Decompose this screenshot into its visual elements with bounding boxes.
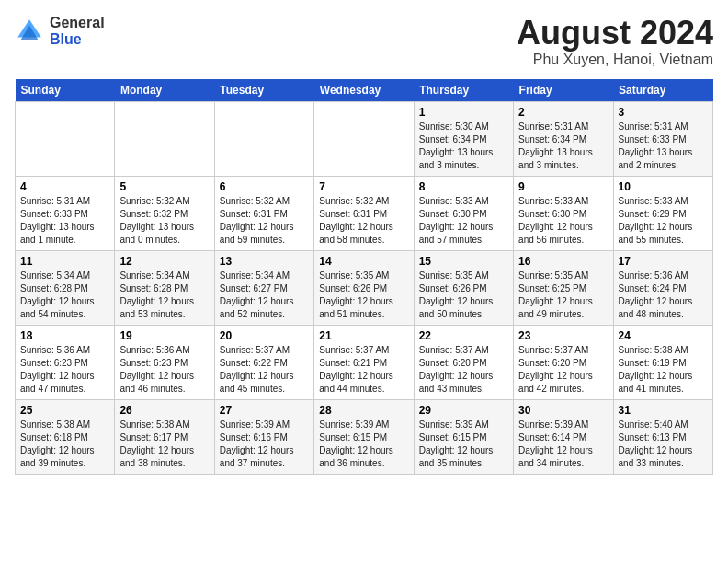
calendar-cell: 8Sunrise: 5:33 AM Sunset: 6:30 PM Daylig…: [414, 176, 513, 250]
day-number: 23: [518, 329, 608, 342]
day-number: 7: [319, 180, 408, 193]
calendar-cell: 13Sunrise: 5:34 AM Sunset: 6:27 PM Dayli…: [214, 250, 313, 325]
day-info: Sunrise: 5:37 AM Sunset: 6:21 PM Dayligh…: [319, 344, 408, 396]
day-info: Sunrise: 5:34 AM Sunset: 6:28 PM Dayligh…: [20, 270, 109, 321]
day-number: 8: [419, 180, 508, 193]
month-year: August 2024: [517, 15, 713, 52]
calendar-cell: 29Sunrise: 5:39 AM Sunset: 6:15 PM Dayli…: [414, 399, 513, 474]
calendar-cell: 3Sunrise: 5:31 AM Sunset: 6:33 PM Daylig…: [613, 101, 712, 176]
location: Phu Xuyen, Hanoi, Vietnam: [517, 52, 713, 68]
day-number: 14: [319, 255, 408, 268]
calendar-week-row: 1Sunrise: 5:30 AM Sunset: 6:34 PM Daylig…: [16, 101, 713, 176]
day-number: 4: [20, 180, 109, 193]
day-number: 24: [619, 329, 708, 342]
logo: General Blue: [15, 15, 105, 47]
day-number: 20: [220, 329, 309, 342]
day-number: 19: [119, 329, 209, 342]
day-info: Sunrise: 5:31 AM Sunset: 6:33 PM Dayligh…: [619, 121, 708, 172]
day-number: 5: [119, 180, 209, 193]
day-info: Sunrise: 5:32 AM Sunset: 6:31 PM Dayligh…: [220, 195, 309, 247]
calendar-cell: 14Sunrise: 5:35 AM Sunset: 6:26 PM Dayli…: [314, 250, 414, 325]
day-info: Sunrise: 5:35 AM Sunset: 6:26 PM Dayligh…: [319, 270, 408, 321]
calendar-week-row: 25Sunrise: 5:38 AM Sunset: 6:18 PM Dayli…: [16, 399, 713, 474]
day-number: 25: [20, 404, 109, 417]
calendar-cell: 4Sunrise: 5:31 AM Sunset: 6:33 PM Daylig…: [16, 176, 115, 250]
day-info: Sunrise: 5:34 AM Sunset: 6:28 PM Dayligh…: [119, 270, 209, 321]
day-number: 29: [419, 404, 508, 417]
calendar-week-row: 18Sunrise: 5:36 AM Sunset: 6:23 PM Dayli…: [16, 325, 713, 399]
day-info: Sunrise: 5:35 AM Sunset: 6:26 PM Dayligh…: [419, 270, 508, 321]
day-info: Sunrise: 5:30 AM Sunset: 6:34 PM Dayligh…: [419, 121, 508, 172]
weekday-header: Friday: [514, 79, 613, 102]
calendar-cell: 23Sunrise: 5:37 AM Sunset: 6:20 PM Dayli…: [514, 325, 613, 399]
calendar-cell: [115, 101, 214, 176]
day-number: 13: [220, 255, 309, 268]
calendar-cell: 30Sunrise: 5:39 AM Sunset: 6:14 PM Dayli…: [514, 399, 613, 474]
day-number: 9: [518, 180, 608, 193]
day-info: Sunrise: 5:33 AM Sunset: 6:30 PM Dayligh…: [518, 195, 608, 247]
calendar-cell: 1Sunrise: 5:30 AM Sunset: 6:34 PM Daylig…: [414, 101, 513, 176]
day-number: 22: [419, 329, 508, 342]
day-number: 6: [220, 180, 309, 193]
calendar-cell: 2Sunrise: 5:31 AM Sunset: 6:34 PM Daylig…: [514, 101, 613, 176]
title-block: August 2024 Phu Xuyen, Hanoi, Vietnam: [517, 15, 713, 68]
calendar-cell: 11Sunrise: 5:34 AM Sunset: 6:28 PM Dayli…: [16, 250, 115, 325]
day-info: Sunrise: 5:33 AM Sunset: 6:30 PM Dayligh…: [419, 195, 508, 247]
day-number: 28: [319, 404, 408, 417]
weekday-header: Monday: [115, 79, 214, 102]
day-info: Sunrise: 5:39 AM Sunset: 6:14 PM Dayligh…: [518, 419, 608, 470]
calendar-cell: 17Sunrise: 5:36 AM Sunset: 6:24 PM Dayli…: [613, 250, 712, 325]
day-info: Sunrise: 5:38 AM Sunset: 6:17 PM Dayligh…: [119, 419, 209, 470]
weekday-header: Sunday: [16, 79, 115, 102]
day-number: 11: [20, 255, 109, 268]
day-number: 18: [20, 329, 109, 342]
day-info: Sunrise: 5:36 AM Sunset: 6:23 PM Dayligh…: [20, 344, 109, 396]
calendar-cell: 15Sunrise: 5:35 AM Sunset: 6:26 PM Dayli…: [414, 250, 513, 325]
weekday-header: Wednesday: [314, 79, 414, 102]
calendar-cell: 19Sunrise: 5:36 AM Sunset: 6:23 PM Dayli…: [115, 325, 214, 399]
day-info: Sunrise: 5:39 AM Sunset: 6:15 PM Dayligh…: [419, 419, 508, 470]
day-info: Sunrise: 5:33 AM Sunset: 6:29 PM Dayligh…: [619, 195, 708, 247]
weekday-header: Saturday: [613, 79, 712, 102]
calendar-cell: [314, 101, 414, 176]
day-info: Sunrise: 5:36 AM Sunset: 6:23 PM Dayligh…: [119, 344, 209, 396]
day-number: 27: [220, 404, 309, 417]
day-info: Sunrise: 5:34 AM Sunset: 6:27 PM Dayligh…: [220, 270, 309, 321]
day-info: Sunrise: 5:39 AM Sunset: 6:16 PM Dayligh…: [220, 419, 309, 470]
day-info: Sunrise: 5:32 AM Sunset: 6:31 PM Dayligh…: [319, 195, 408, 247]
calendar-cell: 27Sunrise: 5:39 AM Sunset: 6:16 PM Dayli…: [214, 399, 313, 474]
calendar-cell: 9Sunrise: 5:33 AM Sunset: 6:30 PM Daylig…: [514, 176, 613, 250]
calendar-cell: 31Sunrise: 5:40 AM Sunset: 6:13 PM Dayli…: [613, 399, 712, 474]
day-number: 10: [619, 180, 708, 193]
day-info: Sunrise: 5:32 AM Sunset: 6:32 PM Dayligh…: [119, 195, 209, 247]
day-info: Sunrise: 5:38 AM Sunset: 6:19 PM Dayligh…: [619, 344, 708, 396]
day-number: 30: [518, 404, 608, 417]
calendar-cell: 20Sunrise: 5:37 AM Sunset: 6:22 PM Dayli…: [214, 325, 313, 399]
day-info: Sunrise: 5:38 AM Sunset: 6:18 PM Dayligh…: [20, 419, 109, 470]
logo-general: General: [50, 15, 105, 31]
weekday-header: Thursday: [414, 79, 513, 102]
calendar-cell: 7Sunrise: 5:32 AM Sunset: 6:31 PM Daylig…: [314, 176, 414, 250]
logo-blue: Blue: [50, 31, 105, 48]
day-number: 3: [619, 106, 708, 119]
day-info: Sunrise: 5:31 AM Sunset: 6:34 PM Dayligh…: [518, 121, 608, 172]
calendar-cell: [16, 101, 115, 176]
calendar-cell: 24Sunrise: 5:38 AM Sunset: 6:19 PM Dayli…: [613, 325, 712, 399]
calendar-table: SundayMondayTuesdayWednesdayThursdayFrid…: [15, 79, 713, 475]
calendar-cell: 12Sunrise: 5:34 AM Sunset: 6:28 PM Dayli…: [115, 250, 214, 325]
calendar-cell: 16Sunrise: 5:35 AM Sunset: 6:25 PM Dayli…: [514, 250, 613, 325]
day-number: 21: [319, 329, 408, 342]
calendar-cell: 18Sunrise: 5:36 AM Sunset: 6:23 PM Dayli…: [16, 325, 115, 399]
calendar-cell: 28Sunrise: 5:39 AM Sunset: 6:15 PM Dayli…: [314, 399, 414, 474]
day-info: Sunrise: 5:37 AM Sunset: 6:20 PM Dayligh…: [518, 344, 608, 396]
day-info: Sunrise: 5:39 AM Sunset: 6:15 PM Dayligh…: [319, 419, 408, 470]
calendar-cell: [214, 101, 313, 176]
day-info: Sunrise: 5:36 AM Sunset: 6:24 PM Dayligh…: [619, 270, 708, 321]
day-number: 2: [518, 106, 608, 119]
page-header: General Blue August 2024 Phu Xuyen, Hano…: [15, 15, 713, 68]
weekday-header: Tuesday: [214, 79, 313, 102]
day-number: 31: [619, 404, 708, 417]
calendar-week-row: 4Sunrise: 5:31 AM Sunset: 6:33 PM Daylig…: [16, 176, 713, 250]
day-number: 26: [119, 404, 209, 417]
day-info: Sunrise: 5:35 AM Sunset: 6:25 PM Dayligh…: [518, 270, 608, 321]
